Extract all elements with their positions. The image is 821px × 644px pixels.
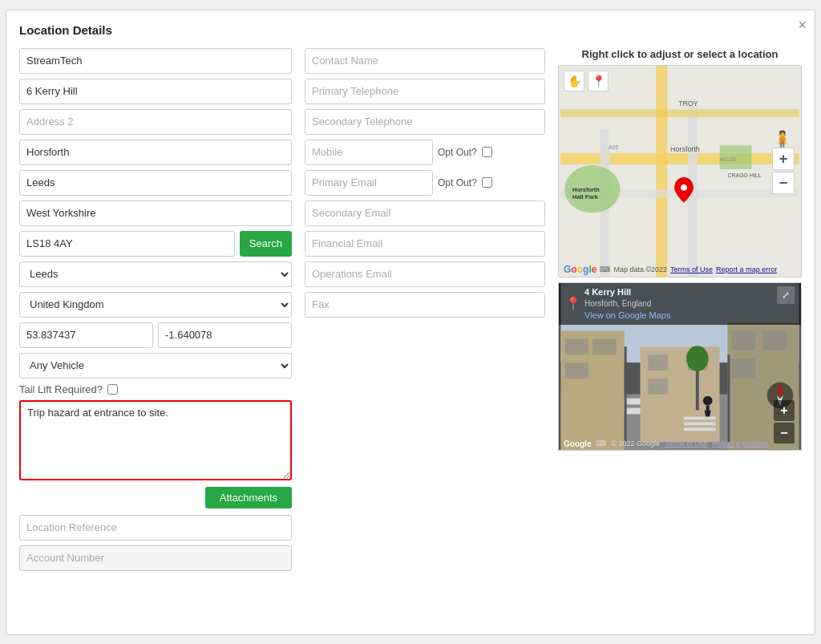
svg-point-44 [686, 346, 709, 371]
sv-address-line1: 4 Kerry Hill [584, 286, 670, 298]
svg-text:A6120: A6120 [720, 156, 736, 162]
svg-rect-31 [648, 354, 668, 371]
left-panel: Search Leeds United Kingdom Any Vehicle [19, 48, 292, 576]
sv-zoom-in-btn[interactable]: + [774, 400, 795, 421]
svg-rect-35 [727, 354, 730, 442]
google-logo: Google [564, 264, 597, 275]
attachments-button[interactable]: Attachments [205, 487, 292, 508]
tail-lift-checkbox[interactable] [107, 384, 118, 395]
region-input[interactable] [19, 200, 292, 226]
map-data-text: Map data ©2022 [613, 265, 667, 273]
operations-email-input[interactable] [305, 261, 545, 287]
vehicle-dropdown[interactable]: Any Vehicle [19, 353, 292, 379]
svg-rect-25 [564, 363, 588, 379]
middle-panel: Opt Out? Opt Out? [305, 48, 545, 576]
streetview-container[interactable]: 📍 4 Kerry Hill Horsforth, England View o… [558, 282, 802, 451]
map-report-link[interactable]: Report a map error [716, 265, 777, 273]
tail-lift-label: Tail Lift Required? [19, 383, 103, 395]
financial-email-input[interactable] [305, 231, 545, 257]
svg-rect-40 [684, 416, 716, 419]
svg-rect-24 [592, 338, 617, 354]
svg-text:Horsforth: Horsforth [572, 185, 600, 192]
address1-input[interactable] [19, 79, 292, 104]
sv-view-link[interactable]: View on Google Maps [584, 310, 670, 320]
map-svg: TROY Horsforth Horsforth Hall Park A6120… [559, 66, 801, 277]
map-zoom-in-btn[interactable]: + [772, 148, 795, 170]
map-zoom-controls: + − [772, 148, 795, 194]
sv-footer: Google ⌨ © 2022 Google Terms of Use Repo… [564, 439, 768, 448]
search-button[interactable]: Search [240, 231, 292, 257]
modal-title: Location Details [19, 23, 802, 37]
svg-text:A65: A65 [609, 144, 618, 150]
svg-rect-23 [564, 338, 588, 354]
location-ref-input[interactable] [19, 515, 292, 541]
account-number-input[interactable] [19, 545, 292, 571]
country-dropdown[interactable]: United Kingdom [19, 292, 292, 318]
sv-terms-link[interactable]: Terms of Use [665, 439, 707, 448]
longitude-input[interactable] [158, 322, 292, 348]
sv-address-info: 📍 4 Kerry Hill Horsforth, England View o… [565, 286, 670, 322]
svg-rect-28 [763, 330, 787, 350]
opt-out-email-label: Opt Out? [438, 177, 477, 188]
svg-rect-27 [731, 330, 755, 350]
secondary-email-input[interactable] [305, 200, 545, 226]
modal-body: Search Leeds United Kingdom Any Vehicle [19, 48, 802, 576]
svg-text:Horsforth: Horsforth [670, 145, 700, 153]
svg-text:CRAGG HILL: CRAGG HILL [728, 172, 762, 177]
svg-rect-1 [560, 153, 799, 164]
right-panel: Right click to adjust or select a locati… [558, 48, 802, 576]
city-dropdown[interactable]: Leeds [19, 261, 292, 287]
contact-name-input[interactable] [305, 48, 545, 74]
sv-report-link[interactable]: Report a problem [712, 439, 768, 448]
svg-text:TROY: TROY [678, 99, 698, 107]
sv-address-line2: Horsforth, England [584, 298, 670, 310]
svg-point-36 [703, 395, 713, 405]
svg-rect-33 [648, 378, 668, 394]
svg-point-17 [681, 184, 687, 190]
map-pin-btn[interactable]: 📍 [588, 71, 609, 91]
location-details-modal: Location Details × Sea [6, 10, 815, 635]
map-keyboard-icon: ⌨ [600, 265, 610, 273]
svg-rect-41 [684, 422, 716, 425]
mobile-input[interactable] [305, 140, 433, 165]
city-input[interactable] [19, 140, 292, 165]
map-terms-link[interactable]: Terms of Use [670, 265, 713, 273]
latitude-input[interactable] [19, 322, 153, 348]
county-input[interactable] [19, 170, 292, 196]
opt-out-mobile-label: Opt Out? [438, 147, 477, 158]
map-drag-btn[interactable]: ✋ [564, 71, 584, 91]
sv-expand-btn[interactable]: ⤢ [777, 286, 795, 304]
map-zoom-out-btn[interactable]: − [772, 172, 795, 194]
sv-year-text: © 2022 Google [611, 439, 660, 448]
opt-out-mobile-checkbox[interactable] [482, 147, 492, 157]
sv-google-logo: Google [564, 439, 591, 448]
map-controls-top: ✋ 📍 [564, 71, 609, 91]
map-container[interactable]: TROY Horsforth Horsforth Hall Park A6120… [558, 65, 802, 277]
opt-out-email-checkbox[interactable] [482, 177, 492, 188]
map-footer: Google ⌨ Map data ©2022 Terms of Use Rep… [564, 264, 777, 275]
address2-input[interactable] [19, 109, 292, 135]
svg-rect-2 [656, 66, 667, 277]
sv-controls: ⤢ [777, 286, 795, 304]
notes-textarea[interactable]: Trip hazard at entrance to site. [19, 400, 292, 480]
streetview-address-bar: 📍 4 Kerry Hill Horsforth, England View o… [559, 283, 801, 326]
close-button[interactable]: × [798, 17, 807, 34]
primary-tel-input[interactable] [305, 79, 545, 104]
svg-rect-29 [731, 358, 755, 379]
svg-text:Hall Park: Hall Park [572, 192, 599, 200]
fax-input[interactable] [305, 292, 545, 318]
primary-email-input[interactable] [305, 170, 433, 196]
svg-rect-5 [560, 109, 799, 117]
secondary-tel-input[interactable] [305, 109, 545, 135]
postcode-input[interactable] [19, 231, 235, 257]
map-hint: Right click to adjust or select a locati… [558, 48, 802, 60]
svg-rect-42 [684, 427, 716, 431]
sv-zoom-out-btn[interactable]: − [774, 423, 795, 444]
svg-rect-34 [625, 346, 627, 442]
sv-zoom-controls: + − [774, 400, 795, 444]
company-input[interactable] [19, 48, 292, 74]
